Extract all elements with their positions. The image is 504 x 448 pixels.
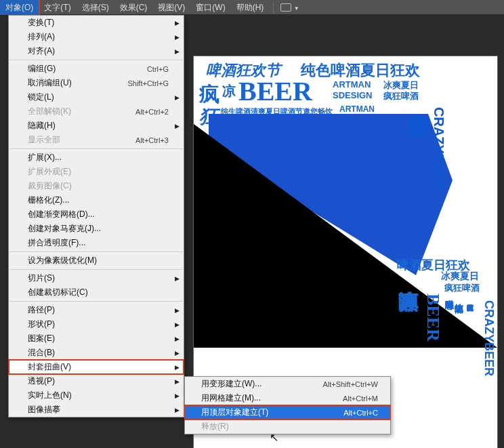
menu-item-14[interactable]: 栅格化(Z)... xyxy=(9,193,184,207)
object-menu-dropdown[interactable]: 变换(T)▶排列(A)▶对齐(A)▶编组(G)Ctrl+G取消编组(U)Shif… xyxy=(8,15,184,418)
menu-item-26[interactable]: 图案(E)▶ xyxy=(9,331,184,346)
menubar: 对象(O)文字(T)选择(S)效果(C)视图(V)窗口(W)帮助(H) ▼ xyxy=(0,0,504,15)
menu-item-label: 创建渐变网格(D)... xyxy=(28,209,95,220)
menu-item-0[interactable]: 变换(T)▶ xyxy=(9,16,184,30)
menu-item-30[interactable]: 实时上色(N)▶ xyxy=(9,388,184,403)
menu-item-label: 透视(P) xyxy=(28,375,55,387)
menu-5[interactable]: 窗口(W) xyxy=(190,0,230,15)
menu-item-label: 扩展外观(E) xyxy=(28,166,71,178)
menu-item-6[interactable]: 锁定(L)▶ xyxy=(9,90,184,104)
menu-item-label: 拼合透明度(F)... xyxy=(28,237,85,249)
menu-item-label: 扩展(X)... xyxy=(28,152,62,163)
chevron-right-icon: ▶ xyxy=(175,275,180,282)
shortcut: Ctrl+G xyxy=(147,65,169,73)
poster-line: ARTMAN xyxy=(333,79,371,89)
chevron-right-icon: ▶ xyxy=(175,378,180,385)
submenu-item-0[interactable]: 用变形建立(W)...Alt+Shift+Ctrl+W xyxy=(185,377,390,391)
menu-item-label: 裁剪图像(C) xyxy=(28,180,72,192)
menu-item-5[interactable]: 取消编组(U)Shift+Ctrl+G xyxy=(9,76,184,90)
poster-line: 凉 xyxy=(222,82,236,100)
shortcut: Alt+Ctrl+2 xyxy=(135,108,169,116)
poster-beer: BEER xyxy=(238,75,312,107)
shortcut: Alt+Ctrl+M xyxy=(343,394,378,403)
menu-item-label: 封套扭曲(V) xyxy=(28,361,71,373)
menu-item-29[interactable]: 透视(P)▶ xyxy=(9,374,184,388)
menu-2[interactable]: 选择(S) xyxy=(77,0,114,15)
menu-item-label: 创建裁切标记(C) xyxy=(28,287,88,298)
submenu-item-2[interactable]: 用顶层对象建立(T)Alt+Ctrl+C xyxy=(185,405,390,420)
chevron-right-icon: ▶ xyxy=(175,350,180,357)
menu-item-19[interactable]: 设为像素级优化(M) xyxy=(9,253,184,268)
chevron-right-icon: ▶ xyxy=(175,335,180,342)
menu-separator xyxy=(9,251,183,252)
menu-item-label: 锁定(L) xyxy=(28,91,54,103)
menu-item-label: 隐藏(H) xyxy=(28,120,56,131)
chevron-right-icon: ▶ xyxy=(175,20,180,26)
menu-item-21[interactable]: 切片(S)▶ xyxy=(9,271,184,285)
menu-item-16[interactable]: 创建对象马赛克(J)... xyxy=(9,222,184,236)
chevron-right-icon: ▶ xyxy=(175,123,180,129)
menu-item-4[interactable]: 编组(G)Ctrl+G xyxy=(9,62,184,76)
menu-item-label: 切片(S) xyxy=(28,272,55,284)
menu-separator xyxy=(9,269,183,270)
menu-item-label: 图像描摹 xyxy=(28,404,60,415)
menu-item-24[interactable]: 路径(P)▶ xyxy=(9,303,184,317)
menu-item-12: 扩展外观(E) xyxy=(9,165,184,179)
menu-item-17[interactable]: 拼合透明度(F)... xyxy=(9,236,184,250)
menu-item-2[interactable]: 对齐(A)▶ xyxy=(9,44,184,58)
menu-separator xyxy=(9,301,183,302)
poster-line: 冰爽夏日 xyxy=(441,270,479,283)
menu-item-label: 栅格化(Z)... xyxy=(28,195,69,206)
chevron-right-icon: ▶ xyxy=(175,48,180,55)
menu-item-13: 裁剪图像(C) xyxy=(9,179,184,193)
submenu-item-label: 用顶层对象建立(T) xyxy=(201,407,268,418)
poster-line: 疯狂啤酒 xyxy=(444,282,480,294)
menu-0[interactable]: 对象(O) xyxy=(0,0,39,15)
poster-line: 疯狂啤酒 xyxy=(383,90,419,102)
menu-item-label: 全部解锁(K) xyxy=(28,106,71,117)
shortcut: Shift+Ctrl+G xyxy=(127,79,169,87)
shortcut: Alt+Ctrl+C xyxy=(343,409,378,417)
chevron-right-icon: ▶ xyxy=(175,34,180,41)
menu-6[interactable]: 帮助(H) xyxy=(231,0,270,15)
menu-item-label: 创建对象马赛克(J)... xyxy=(28,223,101,235)
menu-item-label: 形状(P) xyxy=(28,319,55,330)
menu-separator xyxy=(9,148,183,149)
menu-item-label: 变换(T) xyxy=(28,17,54,28)
menu-item-31[interactable]: 图像描摹▶ xyxy=(9,403,184,417)
menu-item-label: 对齐(A) xyxy=(28,45,55,57)
shortcut: Alt+Shift+Ctrl+W xyxy=(322,380,378,388)
menu-3[interactable]: 效果(C) xyxy=(114,0,153,15)
chevron-right-icon: ▶ xyxy=(175,94,180,101)
poster-line: SDESIGN xyxy=(333,90,373,100)
menu-separator xyxy=(9,60,183,60)
menu-item-label: 取消编组(U) xyxy=(28,77,72,89)
menu-item-label: 排列(A) xyxy=(28,31,55,43)
menu-item-25[interactable]: 形状(P)▶ xyxy=(9,317,184,331)
menu-item-11[interactable]: 扩展(X)... xyxy=(9,150,184,165)
workspace-switcher[interactable]: ▼ xyxy=(278,3,301,12)
submenu-item-1[interactable]: 用网格建立(M)...Alt+Ctrl+M xyxy=(185,391,390,405)
chevron-right-icon: ▶ xyxy=(175,364,180,371)
menu-item-27[interactable]: 混合(B)▶ xyxy=(9,346,184,360)
poster-vert: BEER xyxy=(423,293,443,342)
menu-item-22[interactable]: 创建裁切标记(C) xyxy=(9,285,184,300)
menu-item-28[interactable]: 封套扭曲(V)▶ xyxy=(9,360,184,374)
poster-line: ARTMAN xyxy=(339,104,375,114)
menu-item-1[interactable]: 排列(A)▶ xyxy=(9,30,184,44)
menu-4[interactable]: 视图(V) xyxy=(152,0,190,15)
submenu-item-3: 释放(R) xyxy=(185,420,390,434)
menu-item-8[interactable]: 隐藏(H)▶ xyxy=(9,119,184,133)
menu-item-7: 全部解锁(K)Alt+Ctrl+2 xyxy=(9,104,184,119)
menu-1[interactable]: 文字(T) xyxy=(39,0,76,15)
menu-item-9: 显示全部Alt+Ctrl+3 xyxy=(9,133,184,147)
submenu-item-label: 释放(R) xyxy=(201,421,229,432)
chevron-right-icon: ▶ xyxy=(175,307,180,314)
menu-item-label: 编组(G) xyxy=(28,63,56,75)
chevron-right-icon: ▶ xyxy=(175,321,180,328)
envelope-distort-submenu[interactable]: 用变形建立(W)...Alt+Shift+Ctrl+W用网格建立(M)...Al… xyxy=(184,376,391,434)
poster-vert: CRAZYBEER xyxy=(482,300,496,376)
menu-item-label: 实时上色(N) xyxy=(28,390,72,401)
menu-item-15[interactable]: 创建渐变网格(D)... xyxy=(9,207,184,222)
menu-item-label: 混合(B) xyxy=(28,347,55,359)
